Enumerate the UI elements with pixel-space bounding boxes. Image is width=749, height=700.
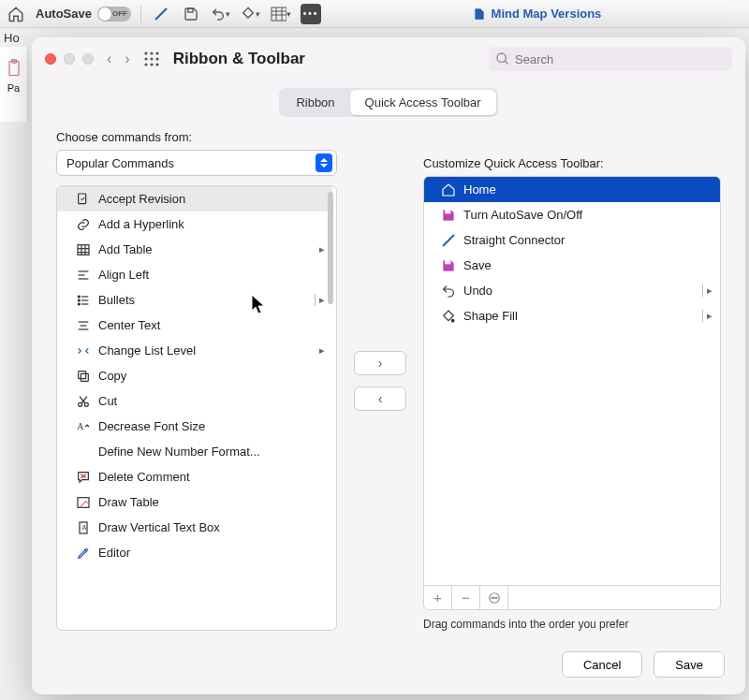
autosave-label: AutoSave xyxy=(36,7,92,21)
remove-item-button[interactable]: − xyxy=(452,586,480,609)
qat-item[interactable]: Home xyxy=(424,177,720,202)
command-item[interactable]: Add a Hyperlink xyxy=(57,211,332,237)
sheet-titlebar: ‹ › Ribbon & Toolbar xyxy=(32,37,745,80)
close-window-button[interactable] xyxy=(45,53,56,65)
svg-line-19 xyxy=(505,61,507,64)
command-item[interactable]: Bullets ▸ xyxy=(57,287,332,313)
chevron-right-icon: ▸ xyxy=(315,294,325,306)
qat-list-toolbar: + − xyxy=(424,585,720,609)
cancel-button[interactable]: Cancel xyxy=(562,651,642,678)
save-icon xyxy=(441,258,456,273)
svg-point-14 xyxy=(155,57,158,60)
command-item[interactable]: A Decrease Font Size xyxy=(57,414,332,439)
save-icon xyxy=(441,208,456,223)
back-button[interactable]: ‹ xyxy=(107,51,111,67)
table-icon xyxy=(76,242,91,257)
command-label: Cut xyxy=(98,394,325,408)
zoom-window-button xyxy=(82,53,94,65)
qat-item[interactable]: Save xyxy=(424,253,720,278)
svg-line-51 xyxy=(443,235,454,246)
delcomment-icon xyxy=(76,470,91,485)
command-item[interactable]: Delete Comment xyxy=(57,464,332,489)
copy-icon xyxy=(76,369,91,384)
svg-point-17 xyxy=(155,63,158,66)
command-item[interactable]: Draw Table xyxy=(57,489,332,515)
svg-point-56 xyxy=(493,597,494,598)
cut-icon xyxy=(76,394,91,409)
svg-point-16 xyxy=(150,63,153,66)
chevron-right-icon: ▸ xyxy=(702,284,712,297)
qat-items-list[interactable]: Home Turn AutoSave On/Off Straight Conne… xyxy=(423,176,721,610)
available-commands-list[interactable]: Accept Revision Add a Hyperlink Add Tabl… xyxy=(56,185,337,631)
command-item[interactable]: Accept Revision xyxy=(57,186,332,211)
svg-point-33 xyxy=(78,303,80,305)
dialog-footer: Cancel Save xyxy=(32,640,745,694)
svg-rect-39 xyxy=(79,371,86,378)
autosave-toggle[interactable]: AutoSave OFF xyxy=(36,7,131,22)
svg-rect-1 xyxy=(188,8,193,12)
qat-item[interactable]: Straight Connector xyxy=(424,227,720,253)
command-item[interactable]: Editor xyxy=(57,540,332,565)
drawtable-icon xyxy=(76,495,91,510)
qat-item[interactable]: Undo ▸ xyxy=(424,278,720,303)
nav-arrows: ‹ › xyxy=(107,51,130,67)
command-label: Add a Hyperlink xyxy=(98,217,325,231)
qat-item[interactable]: Shape Fill ▸ xyxy=(424,303,720,328)
all-preferences-icon[interactable] xyxy=(143,51,160,67)
command-label: Draw Vertical Text Box xyxy=(98,520,325,534)
tab-quick-access-toolbar[interactable]: Quick Access Toolbar xyxy=(350,90,496,115)
choose-commands-label: Choose commands from: xyxy=(56,130,337,144)
command-item[interactable]: Change List Level ▸ xyxy=(57,338,332,363)
app-toolbar: AutoSave OFF ▾ ▾ ▾ ••• Mind Map Versions xyxy=(0,0,749,28)
svg-rect-50 xyxy=(446,210,450,213)
sheet-title: Ribbon & Toolbar xyxy=(173,50,305,68)
command-item[interactable]: Define New Number Format... xyxy=(57,439,332,464)
tab-ribbon[interactable]: Ribbon xyxy=(281,90,349,115)
command-label: Center Text xyxy=(98,318,325,332)
tab-segmented-control: Ribbon Quick Access Toolbar xyxy=(279,88,497,117)
qat-item-label: Save xyxy=(463,258,712,272)
more-actions-button[interactable] xyxy=(480,586,508,609)
command-item[interactable]: Add Table ▸ xyxy=(57,237,332,262)
more-button[interactable]: ••• xyxy=(301,4,321,24)
command-item[interactable]: Copy xyxy=(57,363,332,388)
shape-fill-icon[interactable]: ▾ xyxy=(241,5,261,23)
editor-icon xyxy=(76,546,91,561)
add-separator-button[interactable]: + xyxy=(424,586,452,609)
svg-point-12 xyxy=(144,57,147,60)
command-label: Editor xyxy=(98,546,325,560)
command-label: Draw Table xyxy=(98,495,325,509)
command-label: Define New Number Format... xyxy=(98,445,325,459)
search-field[interactable] xyxy=(489,47,732,71)
forward-button[interactable]: › xyxy=(125,51,129,67)
command-item[interactable]: Align Left xyxy=(57,262,332,287)
command-item[interactable]: Cut xyxy=(57,388,332,414)
svg-point-53 xyxy=(451,319,454,322)
preferences-sheet: ‹ › Ribbon & Toolbar Ribbon Quick Access… xyxy=(32,37,745,694)
svg-line-0 xyxy=(155,8,167,20)
qat-item-label: Turn AutoSave On/Off xyxy=(463,208,712,222)
save-icon[interactable] xyxy=(181,5,201,23)
command-label: Align Left xyxy=(98,268,325,282)
grid-icon[interactable]: ▾ xyxy=(271,5,291,23)
svg-rect-20 xyxy=(79,194,86,204)
command-item[interactable]: Center Text xyxy=(57,313,332,338)
customize-qat-label: Customize Quick Access Toolbar: xyxy=(423,156,721,170)
home-icon[interactable] xyxy=(6,5,26,23)
svg-point-13 xyxy=(150,57,153,60)
line-tool-icon[interactable] xyxy=(151,5,171,23)
add-command-button[interactable]: › xyxy=(354,351,406,375)
autosave-pill[interactable]: OFF xyxy=(97,7,131,22)
save-button[interactable]: Save xyxy=(654,651,725,678)
search-input[interactable] xyxy=(489,47,732,71)
svg-point-29 xyxy=(78,296,80,298)
qat-item-label: Home xyxy=(463,182,712,197)
tab-home[interactable]: Ho xyxy=(4,31,20,45)
svg-rect-2 xyxy=(272,7,286,21)
qat-item[interactable]: Turn AutoSave On/Off xyxy=(424,202,720,227)
command-item[interactable]: A Draw Vertical Text Box xyxy=(57,515,332,540)
undo-icon[interactable]: ▾ xyxy=(211,5,231,23)
commands-source-dropdown[interactable]: Popular Commands xyxy=(56,150,337,176)
chevron-right-icon: ▸ xyxy=(316,344,325,357)
remove-command-button[interactable]: ‹ xyxy=(354,386,406,411)
